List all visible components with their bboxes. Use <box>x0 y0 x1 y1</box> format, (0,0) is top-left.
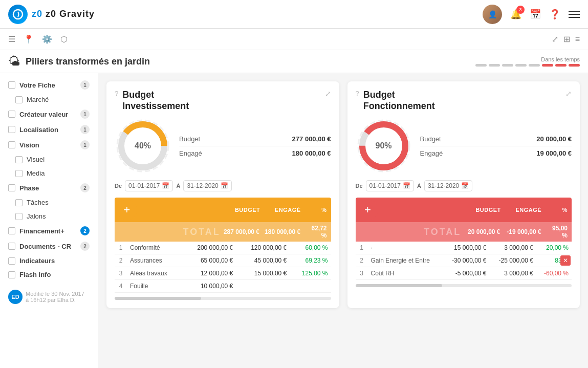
sidebar-item-jalons[interactable]: Jalons <box>0 209 98 223</box>
total-engage-fonct: -19 000,00 € <box>505 228 546 235</box>
sidebar-item-localisation[interactable]: Localisation 1 <box>0 122 98 137</box>
menu-toggle-icon[interactable]: ☰ <box>8 34 15 44</box>
menu-icon[interactable] <box>569 11 580 18</box>
budget-label-fonct: Budget <box>420 135 441 143</box>
sidebar-item-media[interactable]: Media <box>0 166 98 180</box>
expand-fonct-icon[interactable]: ⤢ <box>565 90 572 98</box>
help-invest-icon[interactable]: ? <box>115 90 118 97</box>
data-table-fonct: 1 · 15 000,00 € 3 000,00 € 20,00 % 2 Gai… <box>356 242 572 280</box>
close-row-button[interactable]: ✕ <box>560 255 571 266</box>
sidebar-item-indicateurs[interactable]: Indicateurs <box>0 254 98 268</box>
card-title-invest: Budget Investissement <box>122 90 189 112</box>
table-row[interactable]: 2 Gain Energie et Entre -30 000,00 € -25… <box>356 254 572 267</box>
logo-text: z0 z0 Gravity <box>32 9 95 19</box>
expand-icon[interactable]: ⤢ <box>552 34 558 44</box>
table-cols-invest: BUDGET ENGAGÉ % <box>139 203 331 217</box>
col-pct-label-invest: % <box>305 207 331 213</box>
date-a-fonct[interactable]: 31-12-2020 📅 <box>424 180 472 191</box>
sidebar-item-phase[interactable]: Phase 2 <box>0 180 98 196</box>
expand-invest-icon[interactable]: ⤢ <box>325 90 331 98</box>
checkbox-flash-info[interactable] <box>8 271 15 278</box>
checkbox-jalons[interactable] <box>15 213 23 220</box>
dot-3 <box>502 64 513 67</box>
badge-phase: 2 <box>80 183 90 192</box>
sidebar-item-visuel[interactable]: Visuel <box>0 153 98 166</box>
checkbox-indicateurs[interactable] <box>8 257 15 265</box>
donut-invest: 40% <box>115 118 171 174</box>
toolbar-left: ☰ 📍 ⚙️ ⬡ <box>8 34 68 44</box>
dot-5 <box>529 64 540 67</box>
main-layout: Votre Fiche 1 Marché Créateur valeur 1 L… <box>0 73 588 368</box>
checkbox-createur[interactable] <box>8 111 15 118</box>
checkbox-phase[interactable] <box>8 184 15 191</box>
sidebar-label-media: Media <box>27 169 45 177</box>
sidebar-item-flash-info[interactable]: Flash Info <box>0 268 98 282</box>
sidebar-item-votre-fiche[interactable]: Votre Fiche 1 <box>0 77 98 93</box>
secondary-toolbar: ☰ 📍 ⚙️ ⬡ ⤢ ⊞ ≡ <box>0 29 588 50</box>
checkbox-visuel[interactable] <box>15 156 23 163</box>
card-header-invest: ? Budget Investissement ⤢ <box>115 90 331 112</box>
sidebar-item-documents[interactable]: Documents - CR 2 <box>0 239 98 254</box>
table-row[interactable]: 3 Coût RH -5 000,00 € 3 000,00 € -60,00 … <box>356 267 572 280</box>
content-area: ? Budget Investissement ⤢ <box>98 73 588 368</box>
checkbox-financement[interactable] <box>8 227 15 234</box>
toolbar-right: ⤢ ⊞ ≡ <box>552 34 580 44</box>
checkbox-vision[interactable] <box>8 141 15 148</box>
date-de-invest[interactable]: 01-01-2017 📅 <box>125 180 173 191</box>
checkbox-taches[interactable] <box>15 199 23 206</box>
sidebar-item-financement[interactable]: Financement+ 2 <box>0 223 98 239</box>
checkbox-votre-fiche[interactable] <box>8 81 15 89</box>
scrollbar-fonct[interactable] <box>356 284 572 287</box>
table-row[interactable]: 4 Fouille 10 000,00 € <box>115 280 331 293</box>
list-icon[interactable]: ≡ <box>575 35 580 44</box>
checkbox-localisation[interactable] <box>8 126 15 133</box>
date-de-fonct[interactable]: 01-01-2017 📅 <box>366 180 414 191</box>
cards-row: ? Budget Investissement ⤢ <box>106 81 580 308</box>
table-row[interactable]: 3 Aléas travaux 12 000,00 € 15 000,00 € … <box>115 267 331 280</box>
table-row[interactable]: 1 · 15 000,00 € 3 000,00 € 20,00 % <box>356 242 572 254</box>
col-budget-label-invest: BUDGET <box>224 207 264 213</box>
checkbox-marche[interactable] <box>15 96 23 103</box>
date-a-invest[interactable]: 31-12-2020 📅 <box>183 180 231 191</box>
logo-icon[interactable] <box>8 5 28 24</box>
calendar-icon[interactable]: 📅 <box>530 9 541 20</box>
help-fonct-icon[interactable]: ? <box>356 90 359 97</box>
sidebar-item-taches[interactable]: Tâches <box>0 196 98 209</box>
add-fonct-button[interactable]: + <box>358 200 378 220</box>
budget-info-invest: Budget 277 000,00 € Engagé 180 000,00 € <box>179 132 331 160</box>
layers-icon[interactable]: ⬡ <box>60 34 68 44</box>
page-title: Piliers transformés en jardin <box>26 56 150 67</box>
sidebar-label-vision: Vision <box>19 141 39 149</box>
donut-fonct: 90% <box>356 118 412 174</box>
location-icon[interactable]: 📍 <box>24 34 34 44</box>
engage-value-fonct: 19 000,00 € <box>536 149 572 157</box>
grid-icon[interactable]: ⊞ <box>563 34 570 44</box>
checkbox-documents[interactable] <box>8 243 15 250</box>
help-icon[interactable]: ❓ <box>549 9 560 20</box>
table-row[interactable]: 1 Conformité 200 000,00 € 120 000,00 € 6… <box>115 242 331 254</box>
notification-icon[interactable]: 🔔 3 <box>510 9 521 20</box>
settings-icon[interactable]: ⚙️ <box>42 34 52 44</box>
sidebar-label-indicateurs: Indicateurs <box>19 257 55 265</box>
add-invest-button[interactable]: + <box>117 200 137 220</box>
avatar[interactable]: 👤 <box>483 5 502 24</box>
svg-point-0 <box>13 10 23 19</box>
scrollbar-invest[interactable] <box>115 297 331 300</box>
sidebar-label-documents: Documents - CR <box>19 243 71 250</box>
page-header-left: 🌤 Piliers transformés en jardin <box>8 54 150 69</box>
sidebar-label-visuel: Visuel <box>27 156 45 163</box>
sidebar-item-vision[interactable]: Vision 1 <box>0 137 98 153</box>
table-row[interactable]: 2 Assurances 65 000,00 € 45 000,00 € 69,… <box>115 254 331 267</box>
sidebar-item-marche[interactable]: Marché <box>0 93 98 106</box>
nav-right: 👤 🔔 3 📅 ❓ <box>483 5 580 24</box>
total-row-fonct: TOTAL 20 000,00 € -19 000,00 € 95,00 % <box>356 222 572 242</box>
scrollbar-thumb-fonct <box>356 284 442 287</box>
checkbox-media[interactable] <box>15 170 23 177</box>
sidebar-label-createur: Créateur valeur <box>19 111 68 118</box>
weather-icon: 🌤 <box>8 54 20 69</box>
sidebar-item-createur[interactable]: Créateur valeur 1 <box>0 106 98 122</box>
budget-row-budget-fonct: Budget 20 000,00 € <box>420 132 572 146</box>
total-pct-invest: 62,72 % <box>304 225 331 239</box>
avatar-img: 👤 <box>483 5 502 24</box>
sidebar-label-phase: Phase <box>19 184 39 192</box>
